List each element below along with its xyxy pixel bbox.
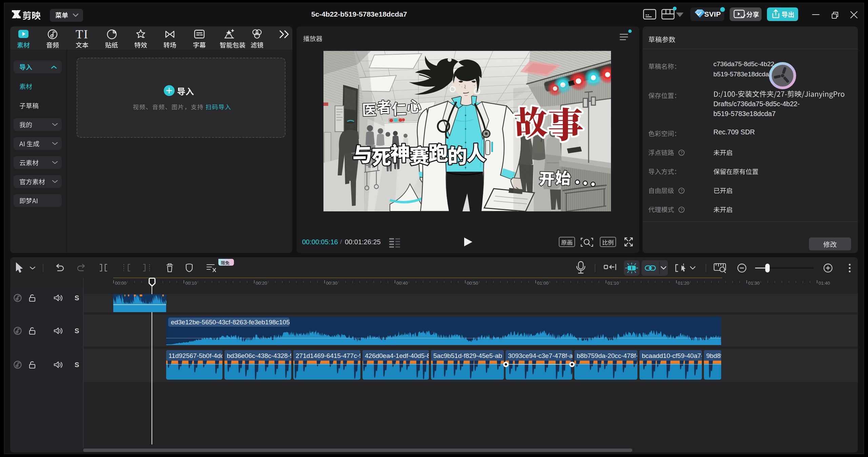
svg-text:S: S [75, 327, 79, 335]
svg-text:5ac9b51d-f829-45e5-ab: 5ac9b51d-f829-45e5-ab [433, 352, 502, 359]
svg-text:b8b759da-20cc-478f-: b8b759da-20cc-478f- [577, 352, 638, 359]
svg-text:9bd89: 9bd89 [706, 352, 724, 359]
svg-text:?: ? [680, 208, 683, 212]
svg-text:11d92567-5b0f-4dc: 11d92567-5b0f-4dc [169, 352, 224, 359]
svg-text:271d1469-6415-477c-9: 271d1469-6415-477c-9 [296, 352, 363, 359]
svg-text:TI: TI [76, 27, 88, 41]
svg-text:01:40: 01:40 [818, 281, 830, 286]
svg-text:?: ? [680, 189, 683, 193]
svg-text:3093ce94-c3e7-478f-a3: 3093ce94-c3e7-478f-a3 [508, 352, 576, 359]
svg-text:S: S [75, 294, 79, 302]
svg-text:?: ? [680, 151, 683, 155]
svg-text:bcaadd10-cf59-40a7-: bcaadd10-cf59-40a7- [642, 352, 703, 359]
svg-text:bd36e06c-438c-4328-9: bd36e06c-438c-4328-9 [227, 352, 294, 359]
svg-text:426d0ea4-1edf-40d5-8: 426d0ea4-1edf-40d5-8 [365, 352, 430, 359]
svg-text:ed3e12be-5650-43cf-8263-fe3eb1: ed3e12be-5650-43cf-8263-fe3eb198c105 [171, 319, 290, 326]
svg-text:S: S [75, 361, 79, 368]
